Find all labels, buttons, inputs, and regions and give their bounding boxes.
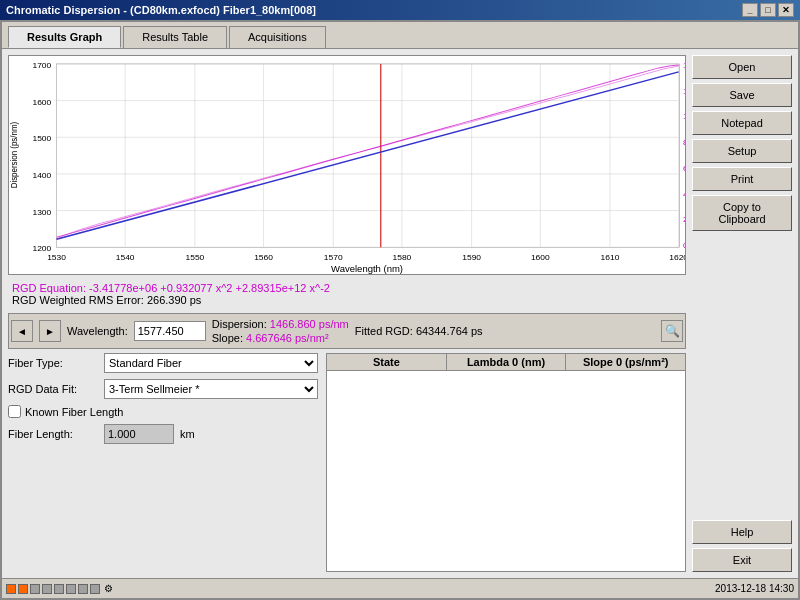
table-col-lambda: Lambda 0 (nm) [447,354,567,370]
fiber-type-label: Fiber Type: [8,357,98,369]
close-button[interactable]: ✕ [778,3,794,17]
status-bar: ⚙ 2013-12-18 14:30 [2,578,798,598]
equation-area: RGD Equation: -3.41778e+06 +0.932077 x^2… [8,279,686,309]
wavelength-input[interactable] [134,321,206,341]
status-dot-2 [18,584,28,594]
tab-results-table[interactable]: Results Table [123,26,227,48]
settings-icon: ⚙ [104,583,113,594]
table-col-state: State [327,354,447,370]
setup-button[interactable]: Setup [692,139,792,163]
dispersion-value: 1466.860 ps/nm [270,318,349,330]
status-dot-5 [54,584,64,594]
fiber-length-input[interactable] [104,424,174,444]
svg-text:1600: 1600 [32,98,51,107]
status-dot-7 [78,584,88,594]
fiber-length-row: Fiber Length: km [8,424,318,444]
rgd-equation-label: RGD Equation: [12,282,86,294]
svg-text:Wavelength (nm): Wavelength (nm) [331,264,403,274]
title-bar: Chromatic Dispersion - (CD80km.exfocd) F… [0,0,800,20]
svg-text:1200: 1200 [32,244,51,253]
rms-error-row: RGD Weighted RMS Error: 266.390 ps [12,294,682,306]
status-dot-8 [90,584,100,594]
print-button[interactable]: Print [692,167,792,191]
svg-text:20000: 20000 [683,216,685,225]
rms-label: RGD Weighted RMS Error: [12,294,144,306]
svg-text:1550: 1550 [186,253,205,262]
rgd-equation-value: -3.41778e+06 +0.932077 x^2 +2.89315e+12 … [89,282,330,294]
svg-text:1700: 1700 [32,61,51,70]
status-indicators [6,584,100,594]
content-area: 1700 1600 1500 1400 1300 1200 Dispersion… [2,48,798,578]
wavelength-controls: ◄ ► Wavelength: Dispersion: 1466.860 ps/… [8,313,686,349]
svg-text:1570: 1570 [324,253,343,262]
rgd-data-fit-select[interactable]: 3-Term Sellmeier * 2-Term Sellmeier Line… [104,379,318,399]
notepad-button[interactable]: Notepad [692,111,792,135]
title-text: Chromatic Dispersion - (CD80km.exfocd) F… [6,4,316,16]
known-fiber-length-label: Known Fiber Length [25,406,123,418]
form-area: Fiber Type: Standard Fiber Non-Zero DS F… [8,353,686,572]
svg-text:1600: 1600 [531,253,550,262]
status-dot-3 [30,584,40,594]
tab-bar: Results Graph Results Table Acquisitions [2,22,798,48]
svg-text:140000: 140000 [683,61,685,70]
save-button[interactable]: Save [692,83,792,107]
svg-text:80000: 80000 [683,138,685,147]
svg-text:1580: 1580 [393,253,412,262]
known-fiber-length-row: Known Fiber Length [8,405,318,418]
search-button[interactable]: 🔍 [661,320,683,342]
table-col-slope: Slope 0 (ps/nm²) [566,354,685,370]
svg-text:60000: 60000 [683,164,685,173]
results-table: State Lambda 0 (nm) Slope 0 (ps/nm²) [326,353,686,572]
status-dot-4 [42,584,52,594]
status-dot-6 [66,584,76,594]
prev-wavelength-button[interactable]: ◄ [11,320,33,342]
svg-text:1540: 1540 [116,253,135,262]
exit-button[interactable]: Exit [692,548,792,572]
right-panel: Open Save Notepad Setup Print Copy to Cl… [692,55,792,572]
fitted-rgd-label: Fitted RGD: [355,325,413,337]
fiber-length-label: Fiber Length: [8,428,98,440]
rms-value: 266.390 ps [147,294,201,306]
wavelength-label: Wavelength: [67,325,128,337]
svg-text:1560: 1560 [254,253,273,262]
dispersion-info: Dispersion: 1466.860 ps/nm Slope: 4.6676… [212,318,349,344]
svg-text:100000: 100000 [683,113,685,122]
rgd-data-fit-row: RGD Data Fit: 3-Term Sellmeier * 2-Term … [8,379,318,399]
svg-text:1300: 1300 [32,208,51,217]
status-time: 2013-12-18 14:30 [715,583,794,594]
chart-container: 1700 1600 1500 1400 1300 1200 Dispersion… [8,55,686,275]
svg-text:1530: 1530 [47,253,66,262]
svg-text:Dispersion (ps/nm): Dispersion (ps/nm) [10,122,19,189]
chart-svg: 1700 1600 1500 1400 1300 1200 Dispersion… [9,56,685,274]
fiber-type-select[interactable]: Standard Fiber Non-Zero DS Fiber Dispers… [104,353,318,373]
fitted-rgd-value: 64344.764 ps [416,325,483,337]
slope-value: 4.667646 ps/nm² [246,332,329,344]
copy-to-clipboard-button[interactable]: Copy to Clipboard [692,195,792,231]
main-window: Results Graph Results Table Acquisitions [0,20,800,600]
status-dot-1 [6,584,16,594]
tab-results-graph[interactable]: Results Graph [8,26,121,48]
dispersion-label: Dispersion: [212,318,267,330]
svg-text:40000: 40000 [683,190,685,199]
svg-text:1610: 1610 [601,253,620,262]
slope-label: Slope: [212,332,243,344]
svg-text:1590: 1590 [462,253,481,262]
next-wavelength-button[interactable]: ► [39,320,61,342]
svg-text:1500: 1500 [32,134,51,143]
table-header: State Lambda 0 (nm) Slope 0 (ps/nm²) [327,354,685,371]
svg-text:1400: 1400 [32,171,51,180]
rgd-equation-row: RGD Equation: -3.41778e+06 +0.932077 x^2… [12,282,682,294]
svg-text:120000: 120000 [683,87,685,96]
fiber-length-unit: km [180,428,195,440]
open-button[interactable]: Open [692,55,792,79]
maximize-button[interactable]: □ [760,3,776,17]
fiber-type-row: Fiber Type: Standard Fiber Non-Zero DS F… [8,353,318,373]
help-button[interactable]: Help [692,520,792,544]
svg-text:1620: 1620 [669,253,685,262]
fitted-rgd-area: Fitted RGD: 64344.764 ps [355,325,483,337]
known-fiber-length-checkbox[interactable] [8,405,21,418]
tab-acquisitions[interactable]: Acquisitions [229,26,326,48]
minimize-button[interactable]: _ [742,3,758,17]
svg-text:0: 0 [683,241,685,250]
main-panel: 1700 1600 1500 1400 1300 1200 Dispersion… [8,55,686,572]
